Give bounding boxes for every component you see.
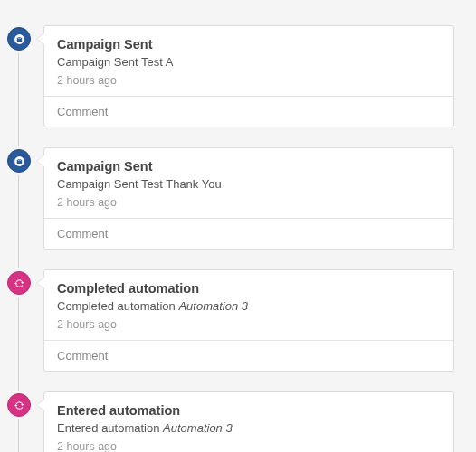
activity-description: Entered automation Automation 3: [57, 421, 441, 435]
refresh-icon: [7, 271, 31, 295]
activity-title: Campaign Sent: [57, 37, 441, 52]
refresh-icon: [7, 393, 31, 417]
activity-title: Completed automation: [57, 281, 441, 296]
activity-timestamp: 2 hours ago: [57, 440, 441, 452]
activity-timestamp: 2 hours ago: [57, 318, 441, 331]
activity-card: Entered automation Entered automation Au…: [43, 391, 454, 452]
card-body: Campaign Sent Campaign Sent Test Thank Y…: [44, 148, 453, 218]
mail-icon: [7, 27, 31, 51]
activity-timeline: Campaign Sent Campaign Sent Test A 2 hou…: [7, 25, 454, 452]
comment-button[interactable]: Comment: [44, 96, 453, 127]
activity-description: Campaign Sent Test A: [57, 55, 441, 69]
activity-description: Campaign Sent Test Thank You: [57, 177, 441, 191]
comment-button[interactable]: Comment: [44, 218, 453, 249]
activity-card: Campaign Sent Campaign Sent Test Thank Y…: [43, 147, 454, 250]
mail-icon: [7, 149, 31, 173]
activity-timestamp: 2 hours ago: [57, 196, 441, 209]
card-body: Entered automation Entered automation Au…: [44, 392, 453, 452]
activity-description: Completed automation Automation 3: [57, 299, 441, 313]
activity-title: Entered automation: [57, 403, 441, 418]
timeline-entry: Completed automation Completed automatio…: [43, 269, 454, 372]
activity-card: Completed automation Completed automatio…: [43, 269, 454, 372]
comment-button[interactable]: Comment: [44, 340, 453, 371]
timeline-entry: Campaign Sent Campaign Sent Test Thank Y…: [43, 147, 454, 250]
card-body: Completed automation Completed automatio…: [44, 270, 453, 340]
activity-timestamp: 2 hours ago: [57, 74, 441, 87]
card-body: Campaign Sent Campaign Sent Test A 2 hou…: [44, 26, 453, 96]
activity-scroll-area[interactable]: Campaign Sent Campaign Sent Test A 2 hou…: [0, 0, 476, 452]
timeline-entry: Campaign Sent Campaign Sent Test A 2 hou…: [43, 25, 454, 127]
activity-title: Campaign Sent: [57, 159, 441, 174]
timeline-axis: [18, 36, 19, 452]
timeline-entry: Entered automation Entered automation Au…: [43, 391, 454, 452]
activity-card: Campaign Sent Campaign Sent Test A 2 hou…: [43, 25, 454, 127]
